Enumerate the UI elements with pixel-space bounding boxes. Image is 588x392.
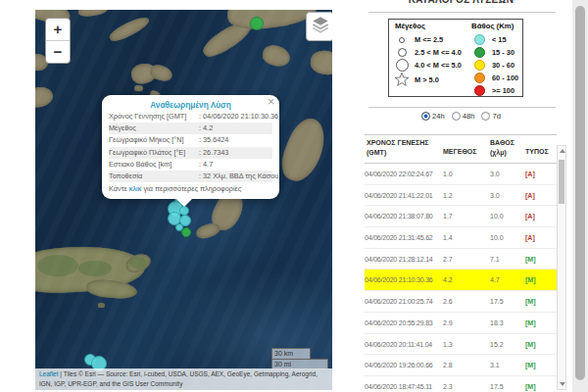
- popup-row-label: Εστιακό Βάθος [km]: [109, 159, 199, 171]
- popup-row-value: : 4.2: [199, 122, 272, 134]
- cell-magnitude: 1.0: [443, 171, 453, 177]
- island: [195, 220, 222, 240]
- cell-time: 04/06/2020 21:10:30.36: [365, 276, 433, 283]
- popup-close-icon[interactable]: ×: [268, 95, 274, 109]
- earthquake-marker-green[interactable]: [250, 17, 264, 30]
- cell-type: [A]: [525, 171, 535, 177]
- table-scrollbar-thumb[interactable]: [559, 160, 564, 204]
- cell-magnitude: 2.6: [443, 298, 453, 305]
- popup-row: Γεωγραφικό Πλάτος [°E] : 26.7343: [109, 147, 272, 159]
- header-depth: ΒΑΘΟΣ (χλμ): [490, 138, 514, 158]
- legend-item: 4.0 < M <= 5.0: [394, 59, 462, 72]
- filter-label: 48h: [463, 112, 475, 121]
- legend-item: M <= 2.5: [394, 33, 462, 46]
- cell-depth: 4.7: [490, 276, 500, 283]
- legend-label: M > 5.0: [415, 75, 439, 84]
- earthquake-marker-green[interactable]: [181, 227, 191, 237]
- island: [77, 10, 108, 18]
- page-scrollbar[interactable]: [572, 0, 588, 392]
- table-row[interactable]: 04/06/2020 21:28:12.14 2.7 7.1 [M]: [365, 249, 557, 270]
- cell-type: [M]: [525, 256, 536, 263]
- cell-time: 04/06/2020 21:38:07.80: [365, 213, 433, 220]
- layers-control-button[interactable]: [306, 12, 332, 41]
- table-row[interactable]: 04/06/2020 21:10:30.36 4.2 4.7 [M]: [365, 270, 557, 291]
- legend-item: < 15: [471, 33, 518, 46]
- popup-row: Τοποθεσία : 32 Χλμ. ΒΒΔ της Κάσου: [109, 171, 272, 182]
- cell-depth: 7.1: [490, 256, 500, 263]
- popup-row-label: Τοποθεσία: [109, 171, 199, 182]
- depth-swatch-60-100: [474, 73, 485, 83]
- attribution-text: | Tiles © Esri — Source: Esri, i-cubed, …: [39, 370, 318, 386]
- cell-magnitude: 2.9: [443, 319, 453, 326]
- popup-click-link[interactable]: κλικ: [129, 184, 142, 193]
- radio-48h[interactable]: [452, 112, 461, 121]
- cell-time: 04/06/2020 20:11:41.04: [365, 341, 432, 348]
- magnitude-star-icon: [394, 72, 410, 88]
- cell-type: [M]: [525, 383, 536, 390]
- cell-depth: 17.5: [490, 383, 504, 390]
- table-row[interactable]: 04/06/2020 19:26:00.66 2.8 3.1 [M]: [365, 355, 557, 376]
- header-type: ΤΥΠΟΣ: [525, 148, 549, 155]
- cell-magnitude: 2.7: [443, 256, 453, 263]
- cell-magnitude: 4.2: [443, 276, 453, 283]
- legend-item: M > 5.0: [394, 72, 462, 88]
- cell-magnitude: 1.2: [443, 192, 453, 199]
- table-scrollbar[interactable]: [557, 145, 566, 390]
- popup-row: Εστιακό Βάθος [km] : 4.7: [109, 159, 272, 171]
- table-row[interactable]: 04/06/2020 21:41:22.01 1.2 3.0 [A]: [365, 185, 557, 207]
- filter-24h[interactable]: 24h: [421, 112, 445, 121]
- cell-magnitude: 2.3: [443, 383, 453, 390]
- table-row[interactable]: 04/06/2020 20:11:41.04 1.3 15.2 [M]: [365, 334, 557, 356]
- legend-item: 60 - 100: [471, 72, 518, 84]
- depth-swatch-15-30: [474, 47, 485, 58]
- popup-footer-post: για περισσότερες πληροφορίες: [141, 184, 241, 193]
- filter-7d[interactable]: 7d: [481, 112, 500, 121]
- cell-time: 04/06/2020 21:31:45.62: [365, 234, 433, 241]
- map-zoom-control: + −: [45, 18, 71, 64]
- legend-magnitude-column: M <= 2.5 2.5 < M <= 4.0 4.0 < M <= 5.0 M…: [394, 33, 462, 88]
- table-row[interactable]: 04/06/2020 18:47:45.11 2.3 17.5 [M]: [365, 376, 557, 392]
- table-row[interactable]: 04/06/2020 21:31:45.62 1.4 10.0 [A]: [365, 227, 557, 249]
- radio-7d[interactable]: [481, 112, 490, 121]
- scroll-down-icon[interactable]: [560, 382, 565, 386]
- island-vegetation: [129, 257, 147, 269]
- depth-swatch-gt100: [474, 85, 485, 96]
- scroll-up-icon[interactable]: [560, 149, 565, 153]
- island-vegetation: [37, 255, 78, 276]
- table-row[interactable]: 04/06/2020 21:00:25.74 2.6 17.5 [M]: [365, 291, 557, 313]
- table-row[interactable]: 04/06/2020 21:38:07.80 1.7 10.0 [A]: [365, 206, 557, 227]
- cell-magnitude: 2.8: [443, 362, 453, 368]
- popup-row-label: Γεωγραφικό Πλάτος [°E]: [109, 147, 199, 159]
- map-canvas[interactable]: + − 30 km 30 mi Leaflet | Tiles © Esri —…: [35, 10, 332, 390]
- legend-box: Μέγεθος Βάθος (Km) M <= 2.5 2.5 < M <= 4…: [388, 19, 523, 97]
- filter-label: 7d: [492, 112, 500, 121]
- legend-depth-title: Βάθος (Km): [471, 22, 514, 30]
- cell-depth: 17.5: [490, 298, 504, 305]
- popup-row-value: : 4.7: [199, 159, 272, 171]
- page-scrollbar-thumb[interactable]: [575, 6, 585, 380]
- cell-time: 04/06/2020 22:02:24.67: [365, 171, 433, 177]
- cell-magnitude: 1.3: [443, 341, 453, 348]
- table-row[interactable]: 04/06/2020 22:02:24.67 1.0 3.0 [A]: [365, 164, 557, 185]
- legend-label: 60 - 100: [492, 74, 518, 82]
- legend-depth-column: < 15 15 - 30 30 - 60 60 - 100 >= 100: [471, 33, 518, 97]
- depth-swatch-lt15: [474, 34, 485, 45]
- filter-48h[interactable]: 48h: [452, 112, 475, 121]
- legend-item: 15 - 30: [471, 46, 518, 59]
- legend-label: < 15: [492, 35, 507, 44]
- island-vegetation: [78, 261, 112, 276]
- cell-time: 04/06/2020 19:26:00.66: [365, 362, 433, 368]
- leaflet-link[interactable]: Leaflet: [39, 370, 59, 377]
- popup-title: Αναθεωρημένη Λύση: [109, 99, 272, 111]
- cell-depth: 15.2: [490, 341, 504, 348]
- radio-24h[interactable]: [421, 112, 430, 121]
- magnitude-small-circle-icon: [394, 37, 410, 43]
- popup-footer-pre: Κάντε: [109, 184, 129, 193]
- zoom-in-button[interactable]: +: [46, 19, 70, 41]
- depth-swatch-30-60: [474, 60, 485, 71]
- solutions-table: ΧΡΟΝΟΣ ΓΕΝΕΣΗΣ (GMT) ΜΕΓΕΘΟΣ ΒΑΘΟΣ (χλμ)…: [365, 134, 557, 392]
- popup-row-value: : 32 Χλμ. ΒΒΔ της Κάσου: [199, 171, 278, 182]
- zoom-out-button[interactable]: −: [46, 41, 70, 63]
- table-row[interactable]: 04/06/2020 20:55:29.83 2.9 18.3 [M]: [365, 313, 557, 334]
- table-body: 04/06/2020 22:02:24.67 1.0 3.0 [A] 04/06…: [365, 164, 557, 392]
